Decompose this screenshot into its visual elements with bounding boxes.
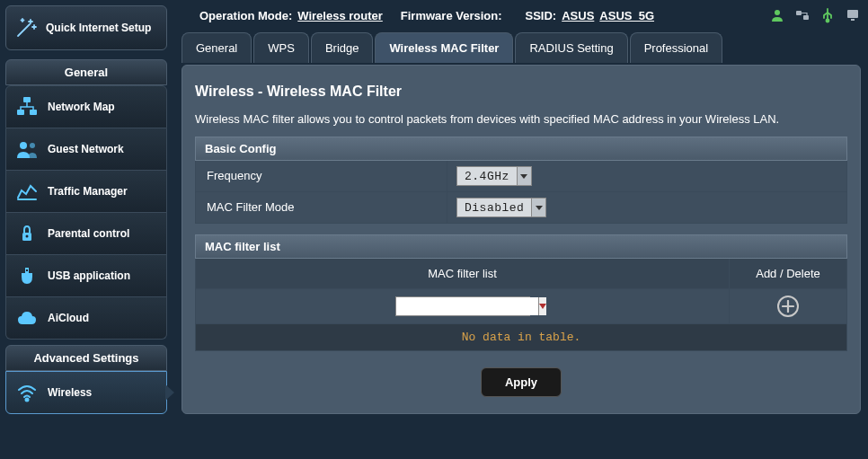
mac-filter-mode-select[interactable]: Disabled <box>456 198 546 217</box>
sidebar-item-label: Parental control <box>48 227 129 240</box>
frequency-label: Frequency <box>196 161 447 191</box>
aicloud-icon <box>15 306 39 330</box>
traffic-manager-icon <box>15 180 39 203</box>
svg-point-4 <box>30 143 35 148</box>
svg-point-3 <box>20 142 27 149</box>
frequency-row: Frequency 2.4GHz <box>195 161 847 192</box>
qis-label: Quick Internet Setup <box>46 22 151 34</box>
sidebar-item-label: USB application <box>48 269 130 282</box>
frequency-select[interactable]: 2.4GHz <box>456 166 532 186</box>
ssid-label: SSID: <box>526 9 557 22</box>
add-mac-button[interactable] <box>777 296 799 317</box>
user-status-icon[interactable] <box>769 7 785 23</box>
mac-address-input[interactable] <box>396 297 538 315</box>
sidebar-item-label: Traffic Manager <box>48 185 128 198</box>
svg-point-8 <box>26 399 29 402</box>
dropdown-arrow-icon <box>517 167 531 185</box>
sidebar-section-advanced: Advanced Settings <box>5 345 167 371</box>
parental-control-icon <box>15 222 39 245</box>
tab-radius-setting[interactable]: RADIUS Setting <box>515 32 627 63</box>
tab-professional[interactable]: Professional <box>630 32 723 63</box>
frequency-value: 2.4GHz <box>457 170 517 183</box>
wireless-icon <box>15 381 39 404</box>
wand-icon <box>13 15 39 40</box>
page-description: Wireless MAC filter allows you to contro… <box>195 112 847 137</box>
firmware-label: Firmware Version: <box>401 9 502 22</box>
quick-internet-setup-button[interactable]: Quick Internet Setup <box>5 5 167 50</box>
svg-point-6 <box>26 235 29 238</box>
tab-wireless-mac-filter[interactable]: Wireless MAC Filter <box>375 32 513 63</box>
tab-wps[interactable]: WPS <box>253 32 309 63</box>
status-icons <box>769 7 861 23</box>
sidebar-section-general: General <box>5 59 167 85</box>
tabs: General WPS Bridge Wireless MAC Filter R… <box>182 32 861 63</box>
ssid-value-2[interactable]: ASUS_5G <box>599 9 654 22</box>
device-status-icon[interactable] <box>845 7 861 23</box>
sidebar-item-usb-application[interactable]: USB application <box>5 255 167 297</box>
sidebar-item-label: Network Map <box>48 101 115 113</box>
page-title: Wireless - Wireless MAC Filter <box>195 76 847 112</box>
mac-filter-mode-row: MAC Filter Mode Disabled <box>195 192 847 224</box>
ssid-value-1[interactable]: ASUS <box>562 9 594 22</box>
network-status-icon[interactable] <box>794 7 810 23</box>
svg-rect-14 <box>851 19 855 21</box>
mac-list-input-row <box>195 289 847 324</box>
mac-list-table-header: MAC filter list Add / Delete <box>195 259 847 289</box>
sidebar-item-parental-control[interactable]: Parental control <box>5 213 167 255</box>
svg-point-9 <box>775 10 780 15</box>
sidebar-item-network-map[interactable]: Network Map <box>5 85 167 128</box>
mac-list-col-main: MAC filter list <box>196 259 730 288</box>
sidebar-item-wireless[interactable]: Wireless <box>5 371 167 414</box>
svg-rect-0 <box>23 97 31 102</box>
sidebar-item-guest-network[interactable]: Guest Network <box>5 128 167 171</box>
sidebar: Quick Internet Setup General Network Map… <box>0 0 173 459</box>
plus-icon <box>782 300 794 313</box>
svg-point-12 <box>827 20 829 22</box>
main-content: Operation Mode: Wireless router Firmware… <box>173 0 868 459</box>
basic-config-header: Basic Config <box>195 137 847 161</box>
sidebar-item-aicloud[interactable]: AiCloud <box>5 297 167 340</box>
tab-bridge[interactable]: Bridge <box>311 32 374 63</box>
sidebar-item-traffic-manager[interactable]: Traffic Manager <box>5 171 167 213</box>
mac-filter-mode-value: Disabled <box>457 201 531 215</box>
topbar: Operation Mode: Wireless router Firmware… <box>182 4 861 32</box>
mac-filter-list-header: MAC filter list <box>195 234 847 259</box>
svg-rect-10 <box>796 11 802 15</box>
svg-rect-13 <box>847 10 858 18</box>
tab-general[interactable]: General <box>182 32 252 63</box>
operation-mode-value[interactable]: Wireless router <box>297 9 383 22</box>
mac-list-col-action: Add / Delete <box>730 259 846 288</box>
usb-status-icon[interactable] <box>819 7 836 23</box>
apply-button[interactable]: Apply <box>481 367 562 397</box>
operation-mode-label: Operation Mode: <box>199 9 292 22</box>
svg-rect-11 <box>803 15 809 20</box>
sidebar-item-label: Wireless <box>48 386 92 399</box>
svg-rect-7 <box>26 269 28 271</box>
svg-rect-2 <box>30 110 37 115</box>
network-map-icon <box>15 95 39 119</box>
sidebar-item-label: Guest Network <box>48 143 124 155</box>
dropdown-arrow-icon <box>531 199 545 216</box>
mac-address-combo[interactable] <box>395 296 530 316</box>
combo-arrow-icon[interactable] <box>538 297 546 315</box>
guest-network-icon <box>15 137 39 161</box>
usb-application-icon <box>15 264 39 287</box>
sidebar-item-label: AiCloud <box>48 312 89 324</box>
mac-list-empty-text: No data in table. <box>195 324 847 351</box>
mac-filter-mode-label: MAC Filter Mode <box>196 192 447 223</box>
settings-panel: Wireless - Wireless MAC Filter Wireless … <box>182 65 861 414</box>
svg-rect-1 <box>17 110 24 115</box>
